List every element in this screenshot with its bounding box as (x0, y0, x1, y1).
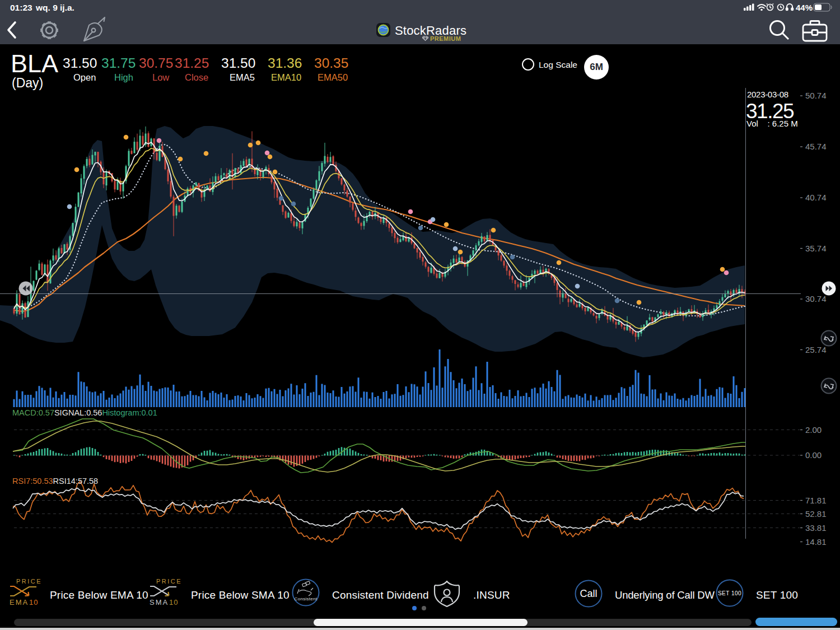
svg-text:25.74: 25.74 (805, 345, 827, 354)
svg-text:50.74: 50.74 (805, 91, 827, 100)
svg-text:Call: Call (580, 588, 597, 599)
svg-text:PRICE: PRICE (156, 578, 182, 585)
svg-text:30.74: 30.74 (805, 294, 827, 304)
svg-text:10: 10 (29, 598, 38, 606)
svg-text:Vol : 6.25 M: Vol : 6.25 M (746, 119, 798, 128)
svg-text:.INSUR: .INSUR (473, 589, 510, 601)
svg-text:Price Below EMA 10: Price Below EMA 10 (50, 589, 148, 601)
svg-text:2.00: 2.00 (805, 425, 822, 435)
svg-text:SET 100: SET 100 (756, 589, 798, 601)
svg-text:Underlying of Call DW: Underlying of Call DW (615, 589, 715, 601)
svg-text:14.81: 14.81 (805, 537, 827, 547)
svg-text:SMA: SMA (150, 598, 169, 606)
svg-text:40.74: 40.74 (805, 193, 827, 202)
svg-text:EMA: EMA (10, 598, 29, 606)
svg-text:44%: 44% (796, 3, 813, 12)
svg-text:10: 10 (169, 598, 178, 606)
svg-text:Consistent: Consistent (295, 596, 318, 601)
svg-text:45.74: 45.74 (805, 142, 827, 151)
svg-text:0.00: 0.00 (805, 450, 822, 460)
svg-text:Consistent Dividend: Consistent Dividend (332, 589, 429, 601)
svg-text:33.81: 33.81 (805, 523, 827, 533)
svg-text:Price Below SMA 10: Price Below SMA 10 (191, 589, 290, 601)
svg-text:71.81: 71.81 (805, 496, 827, 505)
svg-text:SET 100: SET 100 (718, 590, 741, 596)
svg-text:35.74: 35.74 (805, 244, 827, 253)
svg-text:52.81: 52.81 (805, 509, 827, 519)
svg-text:PRICE: PRICE (16, 578, 42, 585)
svg-text:2023-03-08: 2023-03-08 (747, 90, 788, 99)
